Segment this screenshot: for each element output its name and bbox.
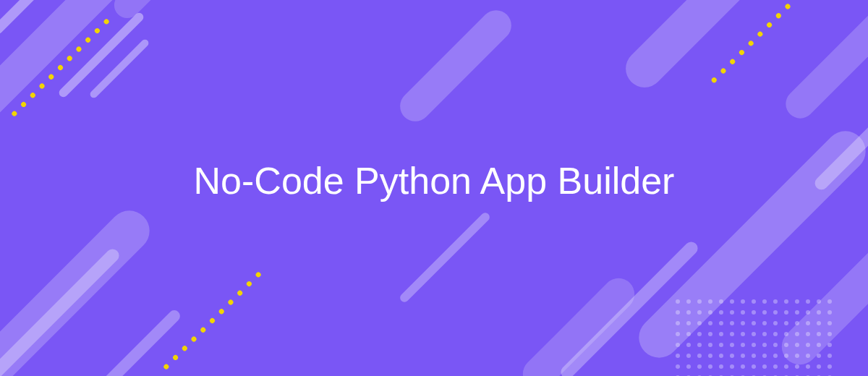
hero-title: No-Code Python App Builder — [181, 158, 687, 205]
decorative-stripe — [618, 0, 828, 95]
decorative-stripe — [780, 0, 868, 124]
decorative-dot-grid — [676, 299, 832, 376]
decorative-stripe — [399, 211, 492, 304]
decorative-stripe — [0, 247, 122, 376]
decorative-stripe — [393, 4, 517, 127]
hero-banner: No-Code Python App Builder — [0, 0, 868, 376]
decorative-stripe — [89, 38, 150, 100]
